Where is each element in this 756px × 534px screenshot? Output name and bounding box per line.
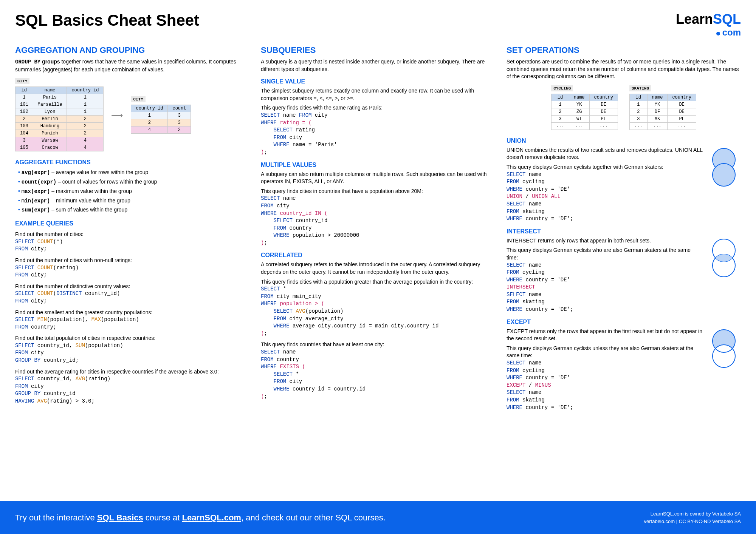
table-label: CYCLING	[551, 85, 573, 91]
subsection-heading: SINGLE VALUE	[261, 78, 495, 85]
body-text: This query finds countries that have at …	[261, 341, 495, 349]
body-text: This query finds cities with the same ra…	[261, 104, 495, 112]
body-text: A correlated subquery refers to the tabl…	[261, 261, 495, 276]
footer-credits: LearnSQL.com is owned by Vertabelo SA ve…	[644, 510, 741, 525]
column-aggregation: AGGREGATION AND GROUPING GROUP BY groups…	[15, 45, 249, 494]
logo-learn: Learn	[676, 11, 713, 27]
city-grouped-table: country_idcount132342	[131, 105, 191, 134]
intro-text: GROUP BY groups together rows that have …	[15, 58, 249, 73]
table-label: SKATING	[629, 85, 651, 91]
subsection-heading: INTERSECT	[507, 228, 741, 235]
venn-except-icon	[707, 328, 741, 369]
subsection-heading: EXCEPT	[507, 319, 741, 326]
arrow-icon: ⟶	[111, 111, 123, 120]
footer-license: vertabelo.com | CC BY-NC-ND Vertabelo SA	[644, 518, 741, 525]
body-text: A subquery can also return multiple colu…	[261, 171, 495, 185]
footer-link[interactable]: LearnSQL.com	[182, 513, 241, 522]
body-text: The simplest subquery returns exactly on…	[261, 87, 495, 102]
logo-com: com	[722, 27, 741, 37]
logo: LearnSQL com	[676, 11, 741, 38]
intro-text: A subquery is a query that is nested ins…	[261, 58, 495, 73]
intro-text: Set operations are used to combine the r…	[507, 58, 741, 80]
subsection-heading: MULTIPLE VALUES	[261, 162, 495, 168]
code-block: SELECT name FROM country WHERE EXISTS ( …	[261, 349, 495, 400]
body-text: This query displays German cyclists who …	[507, 247, 741, 261]
body-text: INTERSECT returns only rows that appear …	[507, 237, 741, 245]
section-heading: SUBQUERIES	[261, 45, 495, 55]
header: SQL Basics Cheat Sheet LearnSQL com	[0, 0, 756, 45]
subsection-heading: CORRELATED	[261, 252, 495, 259]
venn-union-icon	[707, 147, 741, 188]
body-text: This query displays German cyclists unle…	[507, 345, 741, 360]
svg-point-1	[713, 164, 735, 186]
code-block: SELECT name FROM city WHERE country_id I…	[261, 195, 495, 247]
column-subqueries: SUBQUERIES A subquery is a query that is…	[261, 45, 495, 494]
cycling-table: idnamecountry1YKDE2ZGDE3WTPL.........	[551, 94, 618, 130]
footer-text: Try out the interactive SQL Basics cours…	[15, 513, 386, 523]
aggregate-functions-list: avg(expr) – average value for rows withi…	[15, 168, 249, 215]
body-text: UNION combines the results of two result…	[507, 147, 741, 161]
body-text: This query finds cities in countries tha…	[261, 188, 495, 195]
footer: Try out the interactive SQL Basics cours…	[0, 501, 756, 534]
footer-link[interactable]: SQL Basics	[97, 513, 143, 522]
subsection-heading: UNION	[507, 137, 741, 144]
footer-owner: LearnSQL.com is owned by Vertabelo SA	[644, 510, 741, 518]
code-block: SELECT name FROM city WHERE rating = ( S…	[261, 112, 495, 156]
logo-dot-icon	[716, 32, 720, 35]
tables-row: CITY idnamecountry_id1Paris1101Marseille…	[15, 77, 249, 154]
footer-text-part: course at	[143, 513, 182, 522]
footer-text-part: Try out the interactive	[15, 513, 97, 522]
logo-sql: SQL	[713, 11, 741, 27]
code-block: SELECT * FROM city main_city WHERE popul…	[261, 286, 495, 337]
section-heading: AGGREGATION AND GROUPING	[15, 45, 249, 55]
body-text: EXCEPT returns only the rows that appear…	[507, 328, 741, 343]
body-text: This query displays German cyclists toge…	[507, 164, 741, 171]
city-table: idnamecountry_id1Paris1101Marseille1102L…	[15, 86, 104, 151]
subsection-heading: AGGREGATE FUNCTIONS	[15, 159, 249, 166]
tables-row: CYCLING idnamecountry1YKDE2ZGDE3WTPL....…	[507, 84, 741, 132]
footer-text-part: , and check out our other SQL courses.	[241, 513, 386, 522]
section-heading: SET OPERATIONS	[507, 45, 741, 55]
subsection-heading: EXAMPLE QUERIES	[15, 220, 249, 227]
body-text: This query finds cities with a populatio…	[261, 278, 495, 286]
venn-intersect-icon	[707, 237, 741, 279]
example-queries: Find out the number of cities:SELECT COU…	[15, 231, 249, 405]
table-label: CITY	[131, 96, 145, 102]
code-block: SELECT name FROM cycling WHERE country =…	[507, 171, 741, 223]
page-title: SQL Basics Cheat Sheet	[15, 11, 199, 29]
table-label: CITY	[15, 78, 29, 84]
code-block: SELECT name FROM cycling WHERE country =…	[507, 262, 741, 313]
skating-table: idnamecountry1YKDE2DFDE3AKPL.........	[629, 94, 696, 130]
code-block: SELECT name FROM cycling WHERE country =…	[507, 360, 741, 411]
column-set-operations: SET OPERATIONS Set operations are used t…	[507, 45, 741, 494]
